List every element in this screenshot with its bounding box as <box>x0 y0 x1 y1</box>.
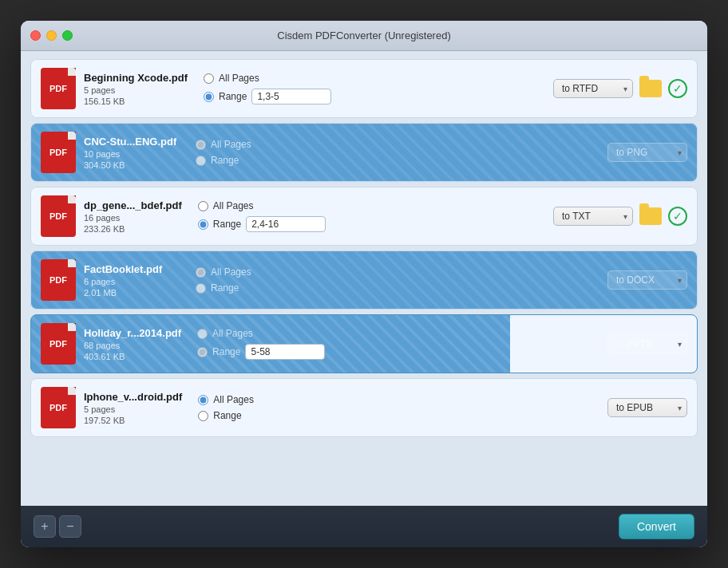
file-size: 304.50 KB <box>84 160 180 170</box>
main-window: Cisdem PDFConverter (Unregistered) PDFBe… <box>21 21 707 547</box>
range-label: Range <box>213 219 241 230</box>
range-input[interactable] <box>251 89 331 105</box>
add-button[interactable]: + <box>34 515 56 538</box>
range-option: Range <box>196 282 599 294</box>
range-radio[interactable] <box>198 219 208 230</box>
range-option: Range <box>204 89 545 105</box>
folder-button[interactable] <box>639 207 662 225</box>
pdf-icon: PDF <box>41 259 76 301</box>
format-select[interactable]: to TXT <box>553 207 633 226</box>
file-row: PDFBeginning Xcode.pdf5 pages156.15 KBAl… <box>30 59 698 118</box>
file-pages: 10 pages <box>84 149 180 159</box>
file-row: PDFCNC-Stu...ENG.pdf10 pages304.50 KBAll… <box>30 123 698 182</box>
format-wrapper: to TXT <box>553 207 633 226</box>
all-pages-radio[interactable] <box>204 73 214 84</box>
file-info: Holiday_r...2014.pdf68 pages403.61 KB <box>84 327 181 361</box>
file-pages: 6 pages <box>84 277 180 286</box>
all-pages-option: All Pages <box>204 73 545 84</box>
range-label: Range <box>211 155 239 166</box>
format-section: to RTFD✓ <box>553 79 687 98</box>
page-options: All PagesRange <box>204 73 545 105</box>
range-label: Range <box>213 410 241 421</box>
range-radio[interactable] <box>197 347 208 357</box>
check-icon: ✓ <box>668 79 687 98</box>
format-wrapper: to PNG <box>607 143 687 162</box>
all-pages-option: All Pages <box>198 200 545 211</box>
minimize-button[interactable] <box>46 30 57 41</box>
file-name: Holiday_r...2014.pdf <box>84 327 181 339</box>
range-option: Range <box>198 216 545 232</box>
file-info: FactBooklet.pdf6 pages2.01 MB <box>84 263 180 298</box>
range-radio[interactable] <box>198 411 208 421</box>
traffic-lights <box>30 30 73 41</box>
page-options: All PagesRange <box>196 266 599 294</box>
format-wrapper: to EPUB <box>607 398 687 417</box>
file-info: dp_gene..._bdef.pdf16 pages233.26 KB <box>84 199 182 234</box>
format-select[interactable]: to DOCX <box>607 270 687 290</box>
remove-button[interactable]: − <box>59 515 81 538</box>
pdf-icon: PDF <box>41 132 76 173</box>
file-pages: 16 pages <box>84 213 182 223</box>
format-select[interactable]: to PPTX <box>607 334 687 353</box>
all-pages-label: All Pages <box>213 200 254 211</box>
format-section: to DOCX <box>607 270 687 290</box>
file-info: CNC-Stu...ENG.pdf10 pages304.50 KB <box>84 136 180 170</box>
format-select[interactable]: to RTFD <box>553 79 633 98</box>
format-select[interactable]: to PNG <box>607 143 687 162</box>
range-option: Range <box>197 344 599 360</box>
file-list: PDFBeginning Xcode.pdf5 pages156.15 KBAl… <box>21 51 707 506</box>
all-pages-radio[interactable] <box>197 329 208 339</box>
file-pages: 68 pages <box>84 341 181 350</box>
range-input[interactable] <box>246 216 326 232</box>
range-label: Range <box>219 91 247 102</box>
all-pages-radio[interactable] <box>198 395 208 405</box>
range-radio[interactable] <box>196 156 206 166</box>
format-wrapper: to RTFD <box>553 79 633 98</box>
file-name: CNC-Stu...ENG.pdf <box>84 136 180 148</box>
range-option: Range <box>198 410 599 421</box>
range-label: Range <box>211 282 239 294</box>
format-section: to PPTX <box>607 334 687 353</box>
check-icon: ✓ <box>668 207 687 226</box>
file-size: 156.15 KB <box>84 97 188 106</box>
format-wrapper: to PPTX <box>607 334 687 353</box>
all-pages-label: All Pages <box>211 139 251 150</box>
all-pages-radio[interactable] <box>198 201 208 211</box>
folder-button[interactable] <box>639 80 662 97</box>
file-size: 2.01 MB <box>84 288 180 298</box>
all-pages-option: All Pages <box>198 394 599 405</box>
titlebar: Cisdem PDFConverter (Unregistered) <box>21 21 707 51</box>
file-row: PDFIphone_v...droid.pdf5 pages197.52 KBA… <box>30 378 698 437</box>
range-label: Range <box>212 346 240 357</box>
file-row: PDFdp_gene..._bdef.pdf16 pages233.26 KBA… <box>30 187 698 246</box>
format-wrapper: to DOCX <box>607 270 687 290</box>
format-section: to PNG <box>607 143 687 162</box>
pdf-icon: PDF <box>41 68 76 109</box>
all-pages-option: All Pages <box>196 139 599 150</box>
file-info: Iphone_v...droid.pdf5 pages197.52 KB <box>84 391 182 425</box>
toolbar: + − Convert <box>21 506 707 547</box>
format-section: to EPUB <box>607 398 687 417</box>
range-input[interactable] <box>245 344 325 360</box>
page-options: All PagesRange <box>198 200 545 232</box>
page-options: All PagesRange <box>197 328 599 360</box>
file-size: 233.26 KB <box>84 224 182 234</box>
maximize-button[interactable] <box>62 30 73 41</box>
all-pages-label: All Pages <box>213 394 254 405</box>
convert-button[interactable]: Convert <box>619 514 694 539</box>
toolbar-left: + − <box>34 515 81 538</box>
close-button[interactable] <box>30 30 41 41</box>
format-select[interactable]: to EPUB <box>607 398 687 417</box>
range-radio[interactable] <box>196 283 206 294</box>
file-info: Beginning Xcode.pdf5 pages156.15 KB <box>84 72 188 106</box>
range-radio[interactable] <box>204 92 214 102</box>
all-pages-radio[interactable] <box>196 140 206 150</box>
all-pages-radio[interactable] <box>196 267 206 278</box>
page-options: All PagesRange <box>198 394 599 421</box>
page-options: All PagesRange <box>196 139 599 166</box>
file-row: PDFFactBooklet.pdf6 pages2.01 MBAll Page… <box>30 250 698 310</box>
all-pages-label: All Pages <box>219 73 259 84</box>
all-pages-option: All Pages <box>196 266 599 278</box>
file-size: 403.61 KB <box>84 352 181 361</box>
window-title: Cisdem PDFConverter (Unregistered) <box>277 30 450 41</box>
